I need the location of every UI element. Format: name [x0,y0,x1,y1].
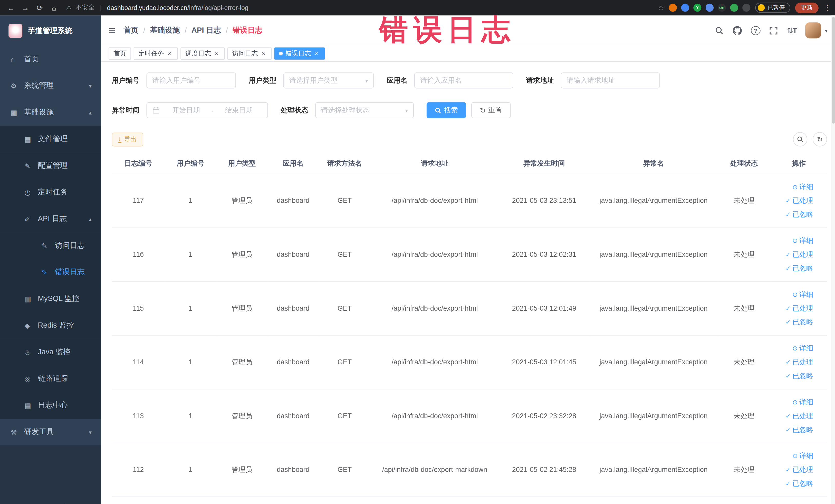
action-detail-link[interactable]: ⊙详细 [771,449,813,463]
page-scrollbar[interactable] [831,15,835,504]
browser-menu-icon[interactable]: ⋮ [824,4,831,12]
breadcrumb-item[interactable]: 错误日志 [232,26,262,35]
exception-time-range-picker[interactable]: 开始日期 - 结束日期 [147,102,268,118]
sidebar-item-java[interactable]: ♨Java 监控 [0,339,101,366]
extension-leaf-icon[interactable] [730,4,738,12]
action-ignored-link[interactable]: ✓已忽略 [771,423,813,437]
browser-home-icon[interactable]: ⌂ [47,1,61,14]
tags-view-tab-3[interactable]: 访问日志× [227,47,271,60]
font-size-icon[interactable]: ⇅T [787,26,797,35]
refresh-table-button[interactable]: ↻ [813,132,827,147]
sidebar-item-system[interactable]: ⚙系统管理▾ [0,73,101,99]
action-ignored-link[interactable]: ✓已忽略 [771,477,813,490]
address-bar[interactable]: ⚠ 不安全 | dashboard.yudao.iocoder.cn/infra… [66,3,248,12]
user-avatar[interactable] [805,22,821,38]
reload-icon[interactable]: ⟳ [33,1,46,14]
action-processed-link[interactable]: ✓已处理 [771,409,813,423]
close-tab-icon[interactable]: × [313,49,320,57]
back-icon[interactable]: ← [4,1,18,14]
sidebar-item-home[interactable]: ⌂首页 [0,46,101,73]
search-button[interactable]: 搜索 [427,102,466,118]
fullscreen-icon[interactable] [769,26,778,35]
paused-badge[interactable]: 已暂停 [755,3,790,13]
cell-exception-time: 2021-05-03 12:02:31 [499,227,590,281]
column-header: 异常名 [590,154,718,174]
action-ignored-link[interactable]: ✓已忽略 [771,207,813,221]
chevron-down-icon[interactable]: ▾ [825,27,828,33]
sidebar-item-dev-tools[interactable]: ⚒研发工具▾ [0,419,101,445]
help-icon[interactable]: ? [751,26,760,35]
action-detail-link[interactable]: ⊙详细 [771,341,813,355]
action-ignored-link[interactable]: ✓已忽略 [771,369,813,383]
breadcrumb: 首页/基础设施/API 日志/错误日志 [123,26,262,35]
update-button[interactable]: 更新 [795,2,819,13]
sidebar-item-access-log[interactable]: ✎访问日志 [0,233,101,259]
breadcrumb-item[interactable]: 基础设施 [150,26,180,35]
scrollbar-thumb[interactable] [832,17,835,123]
sidebar-item-mysql[interactable]: ▥MySQL 监控 [0,285,101,312]
close-tab-icon[interactable]: × [213,49,220,57]
action-label: 已忽略 [792,263,813,273]
close-tab-icon[interactable]: × [260,49,267,57]
process-status-select[interactable]: 请选择处理状态 ▾ [315,102,414,118]
user-id-input[interactable]: 请输入用户编号 [147,73,236,88]
action-processed-link[interactable]: ✓已处理 [771,194,813,207]
tab-label: 定时任务 [138,49,164,58]
action-label: 已处理 [792,357,813,367]
action-processed-link[interactable]: ✓已处理 [771,301,813,315]
search-icon [434,107,442,114]
sidebar-item-redis[interactable]: ◆Redis 监控 [0,312,101,339]
action-detail-link[interactable]: ⊙详细 [771,180,813,194]
request-url-input[interactable]: 请输入请求地址 [561,73,660,88]
export-button-label: 导出 [124,135,137,144]
action-ignored-link[interactable]: ✓已忽略 [771,261,813,275]
cell-request-url: /api/infra/db-doc/export-html [371,174,499,227]
browser-actions: ☆ Yon 已暂停 更新 ⋮ [658,2,831,13]
user-type-select[interactable]: 请选择用户类型 ▾ [283,73,374,88]
app-logo[interactable]: 芋道管理系统 [0,15,101,46]
filter-process-status: 处理状态 请选择处理状态 ▾ [281,102,414,118]
cell-app-name: dashboard [268,335,319,389]
bookmark-star-icon[interactable]: ☆ [658,4,664,12]
sidebar-item-file[interactable]: ▤文件管理 [0,126,101,153]
extension-green-y-icon[interactable]: Y [693,4,701,12]
search-icon[interactable] [715,26,724,35]
action-processed-link[interactable]: ✓已处理 [771,247,813,261]
sidebar-item-job[interactable]: ◷定时任务 [0,179,101,206]
sidebar-item-api-log[interactable]: ✐API 日志▴ [0,206,101,233]
sidebar-item-log-center[interactable]: ▤日志中心 [0,392,101,419]
export-button[interactable]: ↓ 导出 [112,133,143,146]
forward-icon[interactable]: → [19,1,32,14]
action-processed-link[interactable]: ✓已处理 [771,355,813,369]
sidebar-item-infra[interactable]: ▦基础设施▴ [0,99,101,126]
cell-process-status: 未处理 [718,335,771,389]
action-detail-link[interactable]: ⊙详细 [771,395,813,409]
sidebar-item-error-log[interactable]: ✎错误日志 [0,259,101,285]
app-name-input[interactable]: 请输入应用名 [414,73,513,88]
cell-request-method: GET [319,335,371,389]
close-tab-icon[interactable]: × [166,49,173,57]
sidebar-item-config[interactable]: ✎配置管理 [0,152,101,179]
action-ignored-link[interactable]: ✓已忽略 [771,315,813,329]
github-icon[interactable] [733,26,742,35]
action-processed-link[interactable]: ✓已处理 [771,463,813,477]
tags-view-tab-1[interactable]: 定时任务× [134,47,178,60]
action-detail-link[interactable]: ⊙详细 [771,234,813,247]
extension-paw-icon[interactable] [742,4,750,12]
column-header: 用户类型 [216,154,268,174]
action-detail-link[interactable]: ⊙详细 [771,287,813,301]
extension-orange-icon[interactable] [669,4,677,12]
action-label: 已处理 [792,196,813,205]
breadcrumb-item[interactable]: 首页 [123,26,138,35]
extension-blue-icon[interactable] [681,4,689,12]
extension-grid-icon[interactable] [706,4,714,12]
tags-view-tab-2[interactable]: 调度日志× [180,47,225,60]
breadcrumb-item[interactable]: API 日志 [191,26,221,35]
extension-on-icon[interactable]: on [718,4,726,12]
hide-search-button[interactable] [793,132,807,147]
tags-view-tab-4[interactable]: 错误日志× [274,47,325,60]
reset-button[interactable]: ↻ 重置 [471,102,511,118]
sidebar-item-trace[interactable]: ◎链路追踪 [0,365,101,392]
tags-view-tab-0[interactable]: 首页 [108,47,131,60]
hamburger-icon[interactable]: ≡ [108,23,116,37]
